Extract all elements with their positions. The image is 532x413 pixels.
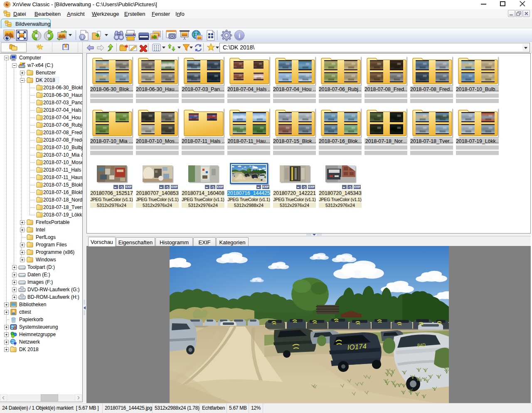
svg-text:84D: 84D — [262, 175, 264, 176]
svg-text:i: i — [81, 34, 83, 39]
svg-text:i: i — [239, 32, 240, 39]
svg-text:84D: 84D — [417, 342, 426, 348]
svg-text:IO174: IO174 — [347, 342, 367, 352]
